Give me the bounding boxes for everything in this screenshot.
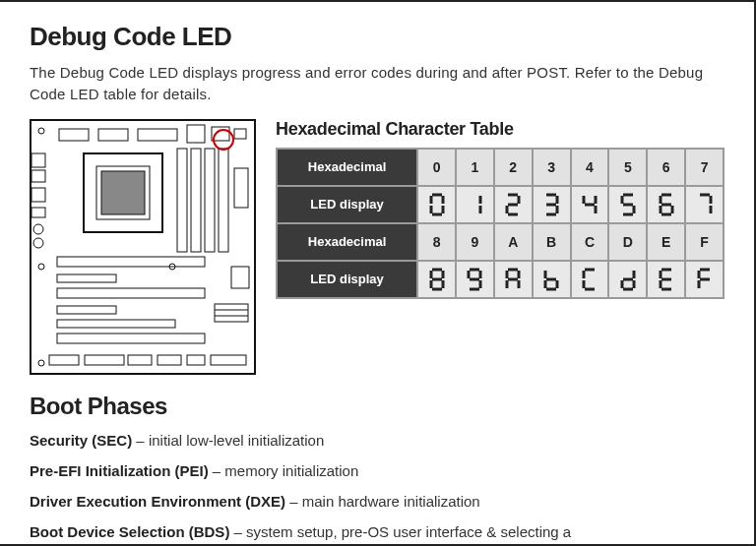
hex-cell: A bbox=[494, 223, 533, 261]
section-heading: Debug Code LED bbox=[30, 22, 724, 52]
intro-text: The Debug Code LED displays progress and… bbox=[30, 62, 724, 105]
motherboard-svg bbox=[30, 119, 256, 375]
table-row: LED display bbox=[277, 261, 724, 298]
table-row: LED display bbox=[277, 186, 724, 223]
led-glyph-b bbox=[533, 261, 571, 298]
hex-cell: 4 bbox=[571, 149, 609, 186]
table-row: Hexadecimal 0 1 2 3 4 5 6 7 bbox=[277, 149, 724, 186]
phase-name: Security (SEC) bbox=[30, 432, 132, 449]
hex-cell: D bbox=[608, 223, 647, 261]
hex-cell: C bbox=[571, 223, 609, 261]
hex-cell: 8 bbox=[417, 223, 456, 261]
hex-cell: 0 bbox=[417, 149, 456, 186]
led-glyph-e bbox=[647, 261, 685, 298]
table-row: Hexadecimal 8 9 A B C D E F bbox=[277, 223, 724, 261]
led-glyph-4 bbox=[571, 186, 609, 223]
svg-rect-0 bbox=[31, 120, 255, 374]
row-label-led: LED display bbox=[277, 186, 417, 223]
phase-name: Driver Execution Environment (DXE) bbox=[30, 493, 285, 510]
hex-cell: 5 bbox=[608, 149, 647, 186]
boot-phases-list: Security (SEC) – initial low-level initi… bbox=[30, 430, 724, 542]
led-glyph-2 bbox=[494, 186, 533, 223]
motherboard-diagram bbox=[30, 119, 256, 379]
phase-desc: – initial low-level initialization bbox=[132, 432, 324, 449]
led-glyph-a bbox=[494, 261, 533, 298]
led-glyph-0 bbox=[417, 186, 456, 223]
boot-phases-heading: Boot Phases bbox=[30, 393, 724, 420]
phase-desc: – system setup, pre-OS user interface & … bbox=[229, 523, 571, 540]
led-glyph-5 bbox=[608, 186, 647, 223]
phase-item: Security (SEC) – initial low-level initi… bbox=[30, 430, 724, 451]
hex-cell: 3 bbox=[533, 149, 571, 186]
led-glyph-7 bbox=[685, 186, 724, 223]
hex-cell: F bbox=[685, 223, 724, 261]
led-glyph-c bbox=[571, 261, 609, 298]
led-glyph-9 bbox=[456, 261, 494, 298]
hex-cell: 7 bbox=[685, 149, 724, 186]
led-glyph-8 bbox=[417, 261, 456, 298]
phase-desc: – memory initialization bbox=[209, 462, 359, 479]
hex-cell: E bbox=[647, 223, 685, 261]
hex-cell: B bbox=[533, 223, 571, 261]
hex-table-section: Hexadecimal Character Table Hexadecimal … bbox=[276, 119, 724, 299]
hex-cell: 2 bbox=[494, 149, 533, 186]
svg-rect-9 bbox=[101, 171, 145, 214]
led-glyph-1 bbox=[456, 186, 494, 223]
row-label-hex: Hexadecimal bbox=[277, 149, 417, 186]
diagram-table-row: Hexadecimal Character Table Hexadecimal … bbox=[30, 119, 724, 379]
phase-item: Driver Execution Environment (DXE) – mai… bbox=[30, 491, 724, 512]
row-label-led: LED display bbox=[277, 261, 417, 298]
hex-cell: 1 bbox=[456, 149, 494, 186]
phase-name: Pre-EFI Initialization (PEI) bbox=[30, 462, 209, 479]
phase-item: Boot Device Selection (BDS) – system set… bbox=[30, 521, 724, 542]
row-label-hex: Hexadecimal bbox=[277, 223, 417, 261]
led-glyph-3 bbox=[533, 186, 571, 223]
led-glyph-6 bbox=[647, 186, 685, 223]
phase-item: Pre-EFI Initialization (PEI) – memory in… bbox=[30, 460, 724, 481]
hex-cell: 6 bbox=[647, 149, 685, 186]
led-glyph-d bbox=[608, 261, 647, 298]
hex-character-table: Hexadecimal 0 1 2 3 4 5 6 7 LED display bbox=[276, 148, 724, 299]
hex-table-title: Hexadecimal Character Table bbox=[276, 119, 724, 140]
phase-name: Boot Device Selection (BDS) bbox=[30, 523, 229, 540]
hex-cell: 9 bbox=[456, 223, 494, 261]
phase-desc: – main hardware initialization bbox=[285, 493, 480, 510]
led-glyph-f bbox=[685, 261, 724, 298]
